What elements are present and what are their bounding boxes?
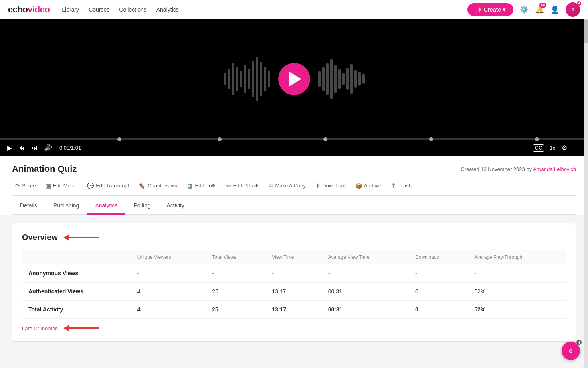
creator-link[interactable]: Amanda Leibovich	[533, 166, 576, 172]
controls-right: CC 1x ⚙ ⛶	[533, 143, 582, 152]
cell-avg-playthrough: 52%	[468, 283, 566, 301]
play-control-button[interactable]: ▶	[6, 143, 13, 152]
nav-collections[interactable]: Collections	[119, 6, 146, 13]
progress-bar[interactable]	[0, 138, 588, 140]
analytics-section: Overview Unique Viewers Total Views View…	[0, 215, 588, 368]
waveform-right	[318, 55, 365, 103]
share-icon: ⟳	[15, 183, 20, 189]
progress-markers	[0, 138, 588, 140]
video-title: Animation Quiz	[12, 164, 77, 174]
edit-details-button[interactable]: ✏ Edit Details	[223, 181, 263, 191]
tab-activity[interactable]: Activity	[158, 197, 192, 215]
cell-unique-viewers: 4	[131, 301, 206, 319]
scrollbar-thumb[interactable]	[584, 19, 588, 43]
make-copy-button[interactable]: ⧉ Make A Copy	[266, 181, 309, 191]
wave-bar	[350, 64, 353, 94]
echo-logo[interactable]: e 4	[566, 2, 580, 17]
chapters-button[interactable]: 🔖 ChaptersBeta	[135, 181, 181, 191]
time-display: 0:00/1:01	[59, 145, 81, 151]
fast-forward-button[interactable]: ⏭	[30, 144, 38, 152]
download-icon: ⬇	[315, 183, 320, 189]
progress-marker	[323, 137, 327, 141]
volume-button[interactable]: 🔊	[43, 143, 53, 152]
analytics-table: Unique Viewers Total Views View Time Ave…	[22, 250, 566, 319]
tabs: Details Publishing Analytics Polling Act…	[12, 197, 576, 215]
cell-total-views: -	[206, 264, 265, 283]
edit-media-button[interactable]: ▣ Edit Media	[42, 181, 81, 191]
wave-bar	[228, 69, 230, 89]
play-triangle-icon	[289, 72, 301, 86]
col-header-unique-viewers: Unique Viewers	[131, 250, 206, 264]
share-button[interactable]: ⟳ Share	[12, 181, 39, 191]
wave-bar	[330, 59, 333, 99]
chat-count: 4	[576, 340, 582, 345]
cell-avg-view-time: 00:31	[322, 301, 409, 319]
col-header-avg-view-time: Average View Time	[322, 250, 409, 264]
cell-avg-playthrough: -	[468, 264, 566, 283]
wave-bar	[338, 69, 341, 89]
tab-publishing[interactable]: Publishing	[45, 197, 87, 215]
wave-bar	[264, 67, 266, 91]
row-label: Total Activity	[22, 301, 131, 319]
wave-bar	[236, 67, 238, 91]
waveform-left	[224, 55, 270, 103]
last-12-months-row: Last 12 months	[22, 325, 566, 331]
wave-bar	[244, 65, 246, 93]
logo[interactable]: echovideo	[8, 4, 50, 15]
nav-analytics[interactable]: Analytics	[156, 6, 179, 13]
beta-badge: Beta	[171, 184, 178, 188]
wave-bar	[322, 67, 325, 91]
overview-arrow-annotation	[64, 234, 104, 241]
trash-icon: 🗑	[391, 183, 396, 189]
tab-polling[interactable]: Polling	[125, 197, 158, 215]
archive-button[interactable]: 📦 Archive	[352, 181, 384, 191]
wave-bar	[224, 73, 226, 85]
wave-bar	[334, 65, 337, 93]
scrollbar[interactable]	[584, 19, 588, 368]
create-button[interactable]: ✨ Create ▾	[467, 3, 513, 16]
edit-polls-button[interactable]: ▦ Edit Polls	[184, 181, 220, 191]
notification-badge: 69	[539, 3, 546, 8]
tab-details[interactable]: Details	[12, 197, 45, 215]
make-copy-icon: ⧉	[269, 182, 273, 189]
table-row: Authenticated Views 4 25 13:17 00:31 0 5…	[22, 283, 566, 301]
cell-avg-view-time: 00:31	[322, 283, 409, 301]
video-area[interactable]	[0, 19, 588, 138]
wave-bar	[256, 57, 258, 101]
nav-library[interactable]: Library	[62, 6, 79, 13]
cell-avg-playthrough: 52%	[468, 301, 566, 319]
play-button[interactable]	[278, 63, 310, 95]
notification-icon[interactable]: 🔔 69	[535, 5, 544, 14]
wave-bar	[232, 63, 234, 95]
cell-unique-viewers: 4	[131, 283, 206, 301]
rewind-button[interactable]: ⏮	[18, 144, 26, 152]
cell-total-views: 25	[206, 283, 265, 301]
last-12-months-text: Last 12 months	[22, 325, 58, 331]
user-icon[interactable]: 👤	[550, 5, 559, 14]
chapters-icon: 🔖	[139, 183, 145, 189]
nav-courses[interactable]: Courses	[89, 6, 109, 13]
chat-bubble[interactable]: e 4	[562, 342, 580, 360]
settings-video-button[interactable]: ⚙	[561, 143, 568, 152]
cell-downloads: 0	[409, 301, 468, 319]
col-header-downloads: Downloads	[409, 250, 468, 264]
edit-details-icon: ✏	[226, 183, 231, 189]
tab-analytics[interactable]: Analytics	[87, 197, 125, 215]
progress-marker	[218, 137, 222, 141]
trash-button[interactable]: 🗑 Trash	[388, 181, 415, 191]
cell-view-time: -	[265, 264, 321, 283]
edit-transcript-button[interactable]: 💬 Edit Transcript	[84, 181, 132, 191]
nav-links: Library Courses Collections Analytics	[62, 6, 467, 13]
speed-button[interactable]: 1x	[550, 145, 555, 151]
wave-bar	[326, 63, 329, 95]
wave-bar	[358, 72, 361, 86]
col-header-label	[22, 250, 131, 264]
toolbar: ⟳ Share ▣ Edit Media 💬 Edit Transcript 🔖…	[12, 181, 576, 196]
cell-avg-view-time: -	[322, 264, 409, 283]
download-button[interactable]: ⬇ Download	[312, 181, 349, 191]
cc-button[interactable]: CC	[533, 144, 544, 152]
fullscreen-button[interactable]: ⛶	[574, 144, 582, 152]
last-12-arrow-annotation	[64, 325, 104, 331]
settings-icon[interactable]: ⚙️	[520, 5, 529, 14]
wave-bar	[240, 71, 242, 87]
